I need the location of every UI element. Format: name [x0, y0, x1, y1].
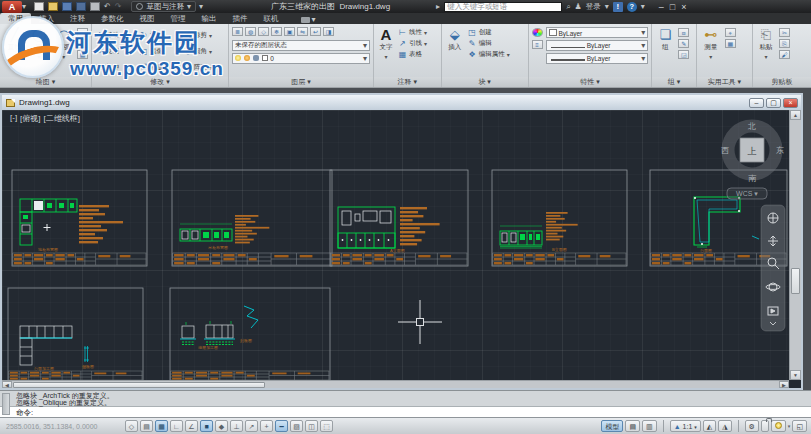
- hatch-icon[interactable]: ▦: [77, 50, 88, 59]
- plot-icon[interactable]: [90, 2, 100, 11]
- model-space-button[interactable]: 模型: [601, 420, 623, 432]
- edit-attribute-button[interactable]: ❖编辑属性▾: [468, 50, 510, 59]
- layout1-button[interactable]: ▤: [625, 420, 640, 432]
- signin-link[interactable]: 登录: [586, 2, 601, 12]
- panel-label-properties[interactable]: 特性 ▾: [529, 77, 652, 87]
- color-wheel-icon[interactable]: [532, 28, 543, 37]
- lineweight-list-icon[interactable]: ≡: [532, 40, 543, 49]
- layer-state-dropdown[interactable]: 未保存的图层状态 ▾: [232, 40, 370, 51]
- tab-manage[interactable]: 管理: [163, 13, 194, 24]
- trim-button[interactable]: ⌿修剪▾: [183, 27, 225, 43]
- cut-icon[interactable]: ✂: [779, 28, 790, 37]
- infer-constraints-toggle[interactable]: ◇: [125, 420, 138, 432]
- help-dropdown-icon[interactable]: ▾: [641, 2, 645, 11]
- scroll-up-icon[interactable]: ▲: [790, 110, 801, 120]
- layer-off-icon[interactable]: ◍: [245, 27, 256, 36]
- copy-clip-icon[interactable]: ⎘: [779, 39, 790, 48]
- hscroll-thumb[interactable]: [13, 382, 265, 388]
- search-input[interactable]: [444, 2, 562, 12]
- layer-state-icon[interactable]: ◨: [323, 27, 334, 36]
- lineweight-toggle[interactable]: ━: [275, 420, 288, 432]
- mirror-button[interactable]: ◫镜像: [139, 43, 181, 59]
- horizontal-scrollbar[interactable]: ◀ ▶: [2, 380, 789, 388]
- redo-icon[interactable]: ↷: [115, 2, 122, 11]
- dimension-button[interactable]: ⊢线性▾: [398, 28, 427, 37]
- visual-style-control[interactable]: [二维线框]: [44, 113, 80, 124]
- 3d-object-snap-toggle[interactable]: ◆: [215, 420, 228, 432]
- paste-button[interactable]: ⎗ 粘贴 ▾: [756, 26, 776, 60]
- array-button[interactable]: ⊞阵列▾: [183, 59, 225, 75]
- polar-tracking-toggle[interactable]: ∠: [185, 420, 198, 432]
- panel-label-annotation[interactable]: 注释 ▾: [374, 77, 441, 87]
- copy-button[interactable]: ⧉复制: [95, 43, 137, 59]
- scroll-right-icon[interactable]: ▶: [779, 381, 789, 388]
- line-button[interactable]: ╱ 直线: [3, 26, 26, 76]
- signin-dropdown-icon[interactable]: ▾: [605, 2, 609, 11]
- viewcube-north[interactable]: 北: [747, 122, 756, 131]
- layer-current-dropdown[interactable]: 0 ▾: [232, 53, 370, 64]
- auto-scale-button[interactable]: ◮: [718, 420, 731, 432]
- ungroup-icon[interactable]: ⧈: [678, 28, 689, 37]
- wcs-dropdown[interactable]: WCS ▾: [727, 188, 767, 199]
- drawing-maximize-button[interactable]: ▢: [766, 98, 781, 108]
- dynamic-input-toggle[interactable]: +: [260, 420, 273, 432]
- layer-properties-icon[interactable]: ≣: [232, 27, 243, 36]
- panel-label-layers[interactable]: 图层 ▾: [229, 77, 373, 87]
- drawing-minimize-button[interactable]: –: [749, 98, 764, 108]
- drawing-canvas[interactable]: [-] [俯视] [二维线框]: [2, 110, 789, 380]
- object-color-dropdown[interactable]: ByLayer ▾: [546, 27, 649, 38]
- circle-button[interactable]: ◯ 圆 ▾: [28, 26, 51, 76]
- quick-select-icon[interactable]: ⌖: [725, 28, 736, 37]
- viewport-controls[interactable]: [-] [俯视] [二维线框]: [10, 113, 80, 124]
- save-icon[interactable]: [62, 2, 72, 11]
- tab-home[interactable]: 常用: [0, 13, 31, 24]
- open-file-icon[interactable]: [48, 2, 58, 11]
- insert-block-button[interactable]: ⬙ 插入: [445, 26, 465, 59]
- close-button[interactable]: ×: [681, 2, 686, 12]
- panel-label-block[interactable]: 块 ▾: [442, 77, 528, 87]
- layer-match-icon[interactable]: ⇋: [297, 27, 308, 36]
- tab-insert[interactable]: 插入: [31, 13, 62, 24]
- viewcube-south[interactable]: 南: [748, 174, 757, 183]
- tab-output[interactable]: 输出: [194, 13, 225, 24]
- panel-label-group[interactable]: 组 ▾: [652, 77, 696, 87]
- viewcube[interactable]: 上 北 南 西 东: [721, 122, 784, 183]
- tab-parametric[interactable]: 参数化: [93, 13, 132, 24]
- tab-extra-tools[interactable]: ▾: [301, 15, 316, 24]
- panel-label-clipboard[interactable]: 剪贴板: [753, 77, 811, 87]
- layer-prev-icon[interactable]: ↩: [310, 27, 321, 36]
- quick-calc-icon[interactable]: ▦: [725, 39, 736, 48]
- grid-toggle[interactable]: ▦: [155, 420, 168, 432]
- snap-toggle[interactable]: ▤: [140, 420, 153, 432]
- undo-icon[interactable]: ↶: [104, 2, 111, 11]
- arc-button[interactable]: ◠ 圆弧 ▾: [52, 26, 75, 76]
- viewcube-west[interactable]: 西: [721, 146, 729, 155]
- panel-label-draw[interactable]: 绘图 ▾: [0, 77, 91, 87]
- tab-view[interactable]: 视图: [132, 13, 163, 24]
- layer-isolate-icon[interactable]: ◇: [258, 27, 269, 36]
- panel-label-utilities[interactable]: 实用工具 ▾: [697, 77, 752, 87]
- measure-button[interactable]: ⊷ 测量 ▾: [700, 26, 722, 60]
- tab-plugins[interactable]: 插件: [225, 13, 256, 24]
- scroll-down-icon[interactable]: ▼: [790, 370, 801, 380]
- linetype-dropdown[interactable]: ByLayer ▾: [546, 40, 649, 51]
- dynamic-ucs-toggle[interactable]: ↗: [245, 420, 258, 432]
- qat-more-icon[interactable]: ▾: [199, 2, 203, 11]
- ellipse-icon[interactable]: ⬯: [77, 39, 88, 48]
- help-icon[interactable]: ?: [627, 2, 637, 12]
- leader-button[interactable]: ↗引线▾: [398, 39, 427, 48]
- edit-block-button[interactable]: ✎编辑: [468, 39, 510, 48]
- layer-lock-icon[interactable]: ▣: [284, 27, 295, 36]
- status-more-icon[interactable]: ▾: [788, 423, 791, 429]
- selection-cycling-toggle[interactable]: ⬚: [320, 420, 333, 432]
- viewcube-east[interactable]: 东: [776, 146, 784, 155]
- clean-screen-button[interactable]: ◱: [792, 420, 807, 432]
- drawing-close-button[interactable]: ×: [783, 98, 798, 108]
- ortho-toggle[interactable]: ∟: [170, 420, 183, 432]
- group-select-icon[interactable]: ◲: [678, 50, 689, 59]
- match-properties-icon[interactable]: 🖌: [779, 50, 790, 59]
- fillet-button[interactable]: ◟圆角▾: [183, 43, 225, 59]
- table-button[interactable]: ▦表格: [398, 50, 427, 59]
- panel-label-modify[interactable]: 修改 ▾: [92, 77, 228, 87]
- viewcube-top-face[interactable]: 上: [748, 146, 757, 156]
